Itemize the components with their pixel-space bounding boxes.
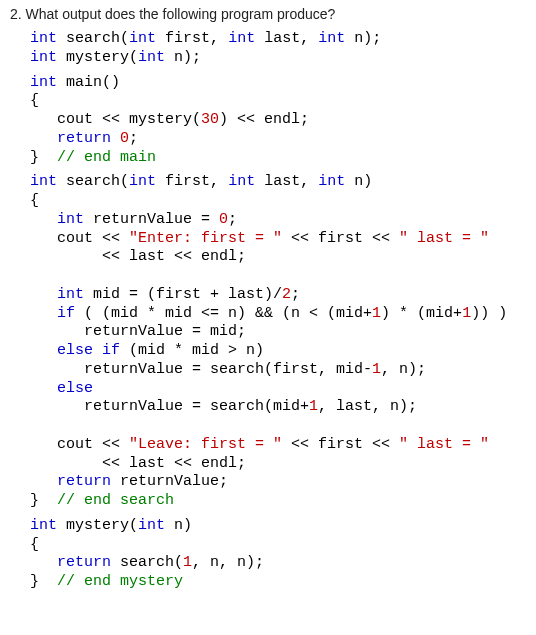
ident-last: last: [264, 173, 300, 190]
stmt: << first <<: [282, 230, 399, 247]
ident-first: first: [165, 173, 210, 190]
kw-int: int: [138, 49, 165, 66]
stmt: returnValue = search(mid+: [57, 398, 309, 415]
brace-close: }: [30, 149, 39, 166]
stmt: << first <<: [282, 436, 399, 453]
punc: ): [363, 173, 372, 190]
stmt: , n);: [381, 361, 426, 378]
ident-last: last: [264, 30, 300, 47]
code-mystery: int mystery(int n) { return search(1, n,…: [30, 517, 526, 592]
kw-int: int: [318, 173, 345, 190]
code-search: int search(int first, int last, int n) {…: [30, 173, 526, 511]
ident-n: n: [174, 49, 183, 66]
kw-int: int: [30, 30, 57, 47]
brace-open: {: [30, 536, 39, 553]
kw-else: else: [57, 380, 93, 397]
comment-end-mystery: // end mystery: [57, 573, 183, 590]
brace-close: }: [30, 492, 39, 509]
stmt: ( (mid * mid <= n) && (n < (mid+: [75, 305, 372, 322]
string: " last = ": [399, 436, 489, 453]
num: 1: [309, 398, 318, 415]
ident-mystery: mystery: [66, 49, 129, 66]
punc: (: [120, 173, 129, 190]
num: 1: [372, 361, 381, 378]
stmt: cout <<: [57, 436, 129, 453]
punc: ,: [300, 173, 309, 190]
num: 1: [183, 554, 192, 571]
kw-int: int: [30, 49, 57, 66]
kw-int: int: [30, 74, 57, 91]
punc: );: [183, 49, 201, 66]
stmt: cout <<: [57, 230, 129, 247]
kw-return: return: [57, 554, 111, 571]
code-main: int main() { cout << mystery(30) << endl…: [30, 74, 526, 168]
num: 0: [219, 211, 228, 228]
stmt: returnValue;: [111, 473, 228, 490]
ident-n: n: [354, 173, 363, 190]
stmt: search(: [111, 554, 183, 571]
page: 2. What output does the following progra…: [0, 0, 536, 608]
kw-if: if: [57, 305, 75, 322]
punc: (: [120, 30, 129, 47]
code-declarations: int search(int first, int last, int n); …: [30, 30, 526, 68]
brace-close: }: [30, 573, 39, 590]
ident-first: first: [165, 30, 210, 47]
punc: (: [129, 517, 138, 534]
punc: (): [102, 74, 120, 91]
ident-search: search: [66, 30, 120, 47]
stmt-cout-rest: ) << endl;: [219, 111, 309, 128]
kw-int: int: [57, 286, 84, 303]
kw-return: return: [57, 130, 111, 147]
brace-open: {: [30, 92, 39, 109]
kw-int: int: [228, 173, 255, 190]
stmt: )) ): [471, 305, 507, 322]
kw-int: int: [228, 30, 255, 47]
ident-n: n: [354, 30, 363, 47]
ident-search: search: [66, 173, 120, 190]
kw-else-if: else if: [57, 342, 120, 359]
ident-n: n: [174, 517, 183, 534]
punc: ,: [300, 30, 309, 47]
punc: ): [183, 517, 192, 534]
num: 1: [372, 305, 381, 322]
question-text: 2. What output does the following progra…: [10, 6, 526, 22]
stmt: returnValue = mid;: [57, 323, 246, 340]
kw-int: int: [138, 517, 165, 534]
punc: ;: [291, 286, 300, 303]
punc: ;: [129, 130, 138, 147]
ident-mystery: mystery: [66, 517, 129, 534]
stmt: ) * (mid+: [381, 305, 462, 322]
num: 1: [462, 305, 471, 322]
stmt: , n, n);: [192, 554, 264, 571]
punc: ,: [210, 30, 219, 47]
stmt: (mid * mid > n): [120, 342, 264, 359]
kw-int: int: [129, 173, 156, 190]
kw-return: return: [57, 473, 111, 490]
string: " last = ": [399, 230, 489, 247]
comment-end-search: // end search: [57, 492, 174, 509]
stmt-cout: cout << mystery(: [57, 111, 201, 128]
string: "Leave: first = ": [129, 436, 282, 453]
comment-end-main: // end main: [57, 149, 156, 166]
kw-int: int: [129, 30, 156, 47]
punc: (: [129, 49, 138, 66]
stmt: , last, n);: [318, 398, 417, 415]
ident-main: main: [66, 74, 102, 91]
kw-int: int: [30, 173, 57, 190]
kw-int: int: [30, 517, 57, 534]
num: 30: [201, 111, 219, 128]
stmt: << last << endl;: [57, 248, 246, 265]
kw-int: int: [57, 211, 84, 228]
punc: );: [363, 30, 381, 47]
num: 2: [282, 286, 291, 303]
kw-int: int: [318, 30, 345, 47]
stmt: returnValue =: [84, 211, 219, 228]
num: 0: [120, 130, 129, 147]
stmt: returnValue = search(first, mid-: [57, 361, 372, 378]
stmt: mid = (first + last)/: [84, 286, 282, 303]
punc: ,: [210, 173, 219, 190]
stmt: << last << endl;: [57, 455, 246, 472]
brace-open: {: [30, 192, 39, 209]
punc: ;: [228, 211, 237, 228]
string: "Enter: first = ": [129, 230, 282, 247]
